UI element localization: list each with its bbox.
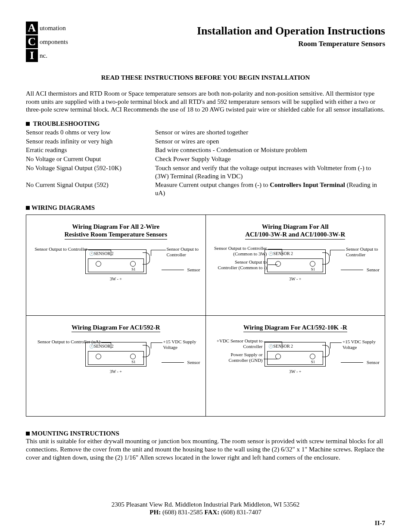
diagram-title-line: Wiring Diagram For ACI/592-R (72, 324, 160, 331)
clock-icon: 🕐 (89, 344, 94, 348)
terminal-s1: S1 (131, 360, 136, 364)
ts-problem: Erratic readings (26, 146, 155, 155)
ts-solution-text: Measure Current output changes from (-) … (155, 181, 270, 188)
lead-label: Sensor Output toController (167, 246, 200, 258)
lead-label: Sensor (187, 267, 200, 273)
ts-solution: Bad wire connections - Condensation or M… (155, 146, 385, 155)
footer-fax-label: FAX: (204, 509, 219, 516)
ts-problem: No Voltage Signal Output (592-10K) (26, 164, 155, 181)
terminal-label: SENSOR 2 (94, 344, 114, 348)
lead-label: +VDC Sensor Output toController (211, 338, 263, 349)
section-wiring: WIRING DIAGRAMS (26, 204, 385, 212)
ts-solution: Check Power Supply Voltage (155, 155, 385, 164)
diagram-title-line: ACI/100-3W-R and ACI/1000-3W-R (245, 231, 345, 238)
ts-solution: Sensor or wires are open (155, 137, 385, 146)
terminal-s1: S1 (311, 267, 315, 272)
bullet-icon (26, 122, 30, 126)
ts-problem: Sensor reads infinity or very high (26, 137, 155, 146)
clock-icon: 🕐 (89, 252, 94, 256)
lead-label: Power Supply orController (GND) (211, 352, 263, 363)
section-mounting-label: MOUNTING INSTRUCTIONS (31, 430, 119, 437)
terminal-block: 🕐SENSOR 2 S1 3W - + (85, 249, 146, 274)
lead-label: Sensor Output to Controller (31, 246, 87, 252)
footer-contact: PH: (608) 831-2585 FAX: (608) 831-7407 (26, 508, 385, 516)
diagram-title-line: Wiring Diagram For All 2-Wire (72, 223, 159, 230)
terminal-label: SENSOR 2 (273, 344, 293, 348)
read-warning: READ THESE INSTRUCTIONS BEFORE YOU BEGIN… (26, 74, 385, 82)
terminal-label: SENSOR 2 (273, 251, 293, 256)
troubleshoot-table: Sensor reads 0 ohms or very lowSensor or… (26, 128, 385, 198)
footer-phone-label: PH: (149, 509, 161, 516)
diagram-592-10k: Wiring Diagram For ACI/592-10K -R +VDC S… (206, 315, 385, 416)
terminal-block: 🕐SENSOR 2 S1 3W - + (265, 249, 326, 274)
section-mounting: MOUNTING INSTRUCTIONS (26, 429, 385, 438)
lead-label: Sensor (367, 267, 380, 273)
intro-paragraph: All ACI thermistors and RTD Room or Spac… (26, 90, 385, 114)
terminal-caption: 3W - + (289, 277, 301, 282)
lead-label: Sensor (367, 360, 380, 365)
ts-problem: No Voltage or Current Ouput (26, 155, 155, 164)
diagram-title-line: Wiring Diagram For ACI/592-10K -R (243, 324, 347, 331)
bullet-icon (26, 432, 30, 436)
ts-solution: Sensor or wires are shorted together (155, 128, 385, 137)
terminal-s1: S1 (311, 360, 315, 364)
clock-icon: 🕐 (268, 252, 273, 256)
terminal-block: 🕐SENSOR 2 S1 3W - + (265, 342, 326, 367)
page-subtitle: Room Temperature Sensors (82, 39, 385, 48)
company-logo: Automation Components Inc. (26, 22, 82, 63)
clock-icon: 🕐 (268, 344, 273, 348)
page-header: Automation Components Inc. Installation … (26, 22, 385, 63)
logo-word-i: nc. (40, 52, 47, 60)
lead-label: Sensor Output toController (Common to -) (211, 259, 267, 271)
section-troubleshooting-label: TROUBLESHOOTING (33, 120, 100, 127)
lead-label: Sensor (187, 360, 200, 365)
ts-solution: Measure Current output changes from (-) … (155, 180, 385, 198)
terminal-block: 🕐SENSOR 2 S1 3W - + (85, 342, 146, 367)
diagram-2wire: Wiring Diagram For All 2-WireResistive R… (26, 215, 206, 315)
logo-word-a: utomation (40, 24, 66, 32)
page-number: II-7 (26, 519, 385, 527)
logo-letter-i: I (26, 49, 38, 62)
page-title: Installation and Operation Instructions (82, 24, 385, 38)
title-block: Installation and Operation Instructions … (82, 22, 385, 48)
diagram-592r: Wiring Diagram For ACI/592-R Sensor Outp… (26, 315, 206, 416)
lead-label: Sensor Output toController (346, 246, 380, 258)
footer-address: 2305 Pleasant View Rd. Middleton Industr… (26, 501, 385, 509)
terminal-caption: 3W - + (289, 369, 301, 375)
terminal-label: SENSOR 2 (94, 251, 114, 256)
terminal-caption: 3W - + (110, 369, 122, 375)
ts-solution-bold: Controllers Input Terminal (270, 181, 345, 188)
section-wiring-label: WIRING DIAGRAMS (31, 204, 95, 211)
logo-letter-c: C (26, 35, 38, 48)
diagram-3wire: Wiring Diagram For AllACI/100-3W-R and A… (206, 215, 385, 315)
wiring-diagrams-grid: Wiring Diagram For All 2-WireResistive R… (26, 215, 385, 417)
terminal-s1: S1 (131, 267, 136, 272)
footer-phone: (608) 831-2585 (161, 509, 204, 516)
logo-word-c: omponents (40, 38, 68, 46)
lead-label: Sensor Output to Controller(Common to 3W… (211, 246, 267, 257)
mounting-paragraph: This unit is suitable for either drywall… (26, 437, 385, 461)
section-troubleshooting: TROUBLESHOOTING (26, 120, 385, 128)
bullet-icon (26, 206, 30, 210)
page-footer: 2305 Pleasant View Rd. Middleton Industr… (26, 501, 385, 517)
footer-fax: (608) 831-7407 (219, 509, 262, 516)
lead-label: +15 VDC SupplyVoltage (342, 339, 380, 350)
ts-problem: No Current Signal Output (592) (26, 180, 155, 198)
lead-label: +15 VDC SupplyVoltage (163, 339, 200, 350)
diagram-title-line: Wiring Diagram For All (262, 223, 329, 230)
ts-problem: Sensor reads 0 ohms or very low (26, 128, 155, 137)
logo-letter-a: A (26, 22, 38, 34)
terminal-caption: 3W - + (110, 277, 122, 282)
ts-solution: Touch sensor and verify that the voltage… (155, 164, 385, 181)
diagram-title-line: Resistive Room Temperature Sensors (65, 231, 167, 238)
